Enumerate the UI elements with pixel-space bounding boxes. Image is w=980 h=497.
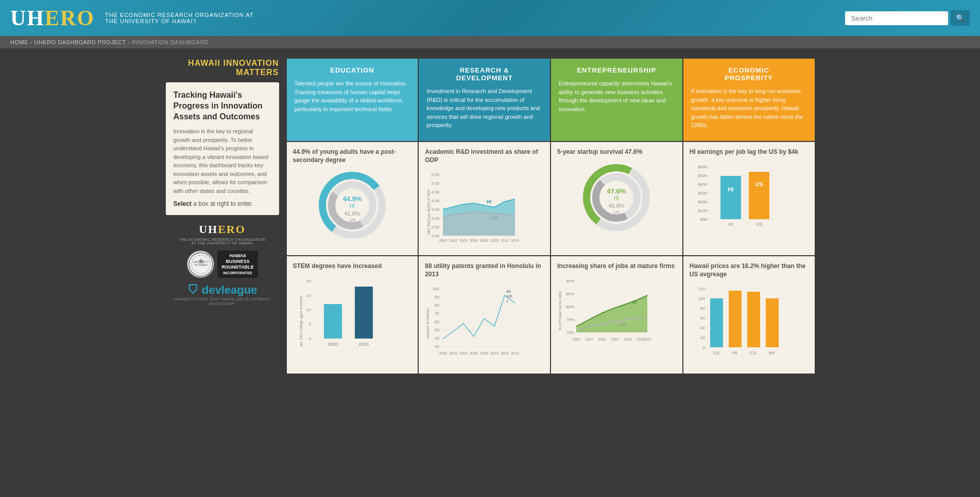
left-sidebar: HAWAII INNOVATIONMATTERS Tracking Hawaii… <box>166 59 279 374</box>
svg-rect-147 <box>747 292 760 347</box>
svg-text:2012: 2012 <box>643 338 651 341</box>
svg-text:70: 70 <box>435 311 439 316</box>
cat-rd-desc: Investment in Research and Development (… <box>426 87 542 130</box>
svg-text:100: 100 <box>506 294 512 298</box>
education-stat2-cell[interactable]: STEM degrees have increased per 1000 col… <box>287 256 418 374</box>
svg-text:2.50: 2.50 <box>432 225 440 229</box>
svg-text:1992: 1992 <box>598 338 606 341</box>
svg-rect-80 <box>355 287 373 339</box>
svg-text:1: 1 <box>506 299 508 303</box>
svg-text:2014: 2014 <box>511 239 519 242</box>
svg-text:2008: 2008 <box>480 239 488 242</box>
svg-text:2000: 2000 <box>439 351 447 355</box>
svg-text:HI: HI <box>487 199 491 204</box>
breadcrumb-dashboard-project[interactable]: UHERO DASHBOARD PROJECT <box>34 39 126 45</box>
svg-text:NV: NV <box>768 350 775 356</box>
uhero-tagline-small: THE ECONOMIC RESEARCH ORGANIZATIONAT THE… <box>166 238 279 245</box>
entrepreneurship-stat1-cell[interactable]: 5-year startup survival 47.6% 47.6% HI 4… <box>551 142 682 255</box>
svg-text:5: 5 <box>308 322 311 327</box>
svg-text:100: 100 <box>698 296 705 301</box>
svg-rect-62 <box>720 176 741 219</box>
svg-text:2006: 2006 <box>470 239 478 242</box>
breadcrumb: HOME › UHERO DASHBOARD PROJECT › INNOVAT… <box>0 36 980 48</box>
svg-text:44.9%: 44.9% <box>342 195 362 203</box>
svg-text:2002: 2002 <box>449 351 457 355</box>
hbr-logo: HAWAIIBUSINESSROUNDTABLEINCORPORATED <box>217 251 257 278</box>
education-donut-container: 44.9% HI 41.8% US <box>293 169 412 241</box>
svg-text:$0K: $0K <box>700 217 708 222</box>
cat-entrepreneurship-desc: Entrepreneurial capacity determines Hawa… <box>559 79 675 113</box>
svg-text:4.00: 4.00 <box>432 199 440 203</box>
devleague-tagline: HAWAII'S FIRST SOFTWARE DEVELOPMENT BOOT… <box>166 297 279 306</box>
devleague-logo: ⛉ devleague <box>166 283 279 297</box>
svg-text:50: 50 <box>435 328 439 332</box>
svg-text:80%: 80% <box>566 305 574 309</box>
economic-stat2-cell[interactable]: Hawaii prices are 16.2% higher than the … <box>683 256 815 374</box>
entrepreneurship-stat2-cell[interactable]: Increasing share of jobs at mature firms… <box>551 256 682 374</box>
economic-stat1-cell[interactable]: HI earnings per job lag the US by $4k $6… <box>683 142 815 255</box>
patents-chart-svg: 100 90 80 70 60 50 40 30 <box>425 282 520 367</box>
economic-stat1-title: HI earnings per job lag the US by $4k <box>690 148 809 156</box>
cat-education-header[interactable]: EDUCATION Talented people are the source… <box>287 59 418 141</box>
search-area: 🔍 <box>845 10 970 26</box>
cat-entrepreneurship-header[interactable]: ENTREPRENEURSHIP Entrepreneurial capacit… <box>551 59 682 141</box>
svg-text:HI: HI <box>350 203 355 209</box>
svg-text:HI: HI <box>614 196 619 201</box>
entrepreneurship-donut-svg: 47.6% HI 45.8% US <box>575 162 658 234</box>
sidebar-title-rest: INNOVATIONMATTERS <box>220 59 279 77</box>
svg-text:90%: 90% <box>566 279 574 283</box>
cat-rd-header[interactable]: RESEARCH &DEVELOPMENT Investment in Rese… <box>419 59 550 141</box>
stem-chart-svg: per 1000 college aged residents 20 15 10… <box>293 275 388 360</box>
svg-text:% of Private Sector Jobs: % of Private Sector Jobs <box>558 291 562 330</box>
site-logo: UHERO <box>10 6 95 30</box>
search-input[interactable] <box>845 11 948 25</box>
svg-text:2012: 2012 <box>501 351 509 355</box>
svg-text:3.00: 3.00 <box>432 216 440 221</box>
svg-text:2014: 2014 <box>511 351 519 355</box>
svg-text:2000: 2000 <box>327 342 337 347</box>
svg-text:S&E R&D per $1000 of GDP: S&E R&D per $1000 of GDP <box>427 189 431 235</box>
svg-text:80: 80 <box>700 306 705 311</box>
svg-text:4.50: 4.50 <box>432 190 440 194</box>
svg-text:$50K: $50K <box>698 173 708 178</box>
svg-text:88: 88 <box>506 289 511 294</box>
cat-education-desc: Talented people are the source of innova… <box>295 79 410 113</box>
svg-text:5.50: 5.50 <box>432 172 440 177</box>
sidebar-card-body: Innovation is the key to regional growth… <box>174 127 271 195</box>
svg-text:80: 80 <box>435 303 439 308</box>
rd-stat2-title: 88 utility patents granted in Honolulu i… <box>425 262 544 278</box>
svg-text:CA: CA <box>750 350 757 356</box>
cat-rd-label: RESEARCH &DEVELOPMENT <box>426 66 542 82</box>
breadcrumb-home[interactable]: HOME <box>10 39 28 45</box>
svg-text:0: 0 <box>308 336 311 341</box>
svg-text:US: US <box>755 181 763 187</box>
cat-entrepreneurship-label: ENTREPRENEURSHIP <box>559 66 675 74</box>
svg-text:60: 60 <box>435 319 439 324</box>
main-content: HAWAII INNOVATIONMATTERS Tracking Hawaii… <box>156 48 825 384</box>
education-stat1-cell[interactable]: 44.9% of young adults have a post-second… <box>287 142 418 255</box>
svg-text:2000: 2000 <box>439 239 447 242</box>
svg-text:2.00: 2.00 <box>432 234 440 238</box>
svg-text:120: 120 <box>698 287 705 291</box>
rd-line-chart: 5.50 5.00 4.50 4.00 3.50 3.00 2.50 2.00 <box>425 168 544 245</box>
svg-text:2010: 2010 <box>490 239 498 242</box>
mature-firms-chart: 90% 85% 80% 75% 70% % of Private Sector … <box>557 275 676 360</box>
svg-text:per 1000 college aged resident: per 1000 college aged residents <box>299 295 303 346</box>
earnings-chart-svg: $60K $50K $40K $30K $20K $10K $0K <box>690 161 785 240</box>
education-stat2-title: STEM degrees have increased <box>293 262 412 271</box>
entrepreneurship-stat1-title: 5-year startup survival 47.6% <box>557 148 676 156</box>
mature-firms-svg: 90% 85% 80% 75% 70% % of Private Sector … <box>557 275 652 360</box>
svg-text:70%: 70% <box>566 330 574 335</box>
economic-earnings-chart: $60K $50K $40K $30K $20K $10K $0K <box>690 161 809 240</box>
cat-economic-header[interactable]: ECONOMICPROSPERITY If innovation is the … <box>683 59 815 141</box>
search-button[interactable]: 🔍 <box>951 10 970 26</box>
prices-bar-chart: 120 100 80 60 40 20 0 <box>690 282 809 367</box>
uhero-logo-small: UHERO <box>166 223 279 236</box>
header-left: UHERO THE ECONOMIC RESEARCH ORGANIZATION… <box>10 6 260 30</box>
rd-stat1-cell[interactable]: Academic R&D investment as share of GDP … <box>419 142 550 255</box>
svg-text:1987: 1987 <box>585 338 593 341</box>
rd-stat2-cell[interactable]: 88 utility patents granted in Honolulu i… <box>419 256 550 374</box>
svg-text:OF HAWAII: OF HAWAII <box>194 263 208 267</box>
stem-bar-chart: per 1000 college aged residents 20 15 10… <box>293 275 412 360</box>
svg-text:3.50: 3.50 <box>432 207 440 212</box>
